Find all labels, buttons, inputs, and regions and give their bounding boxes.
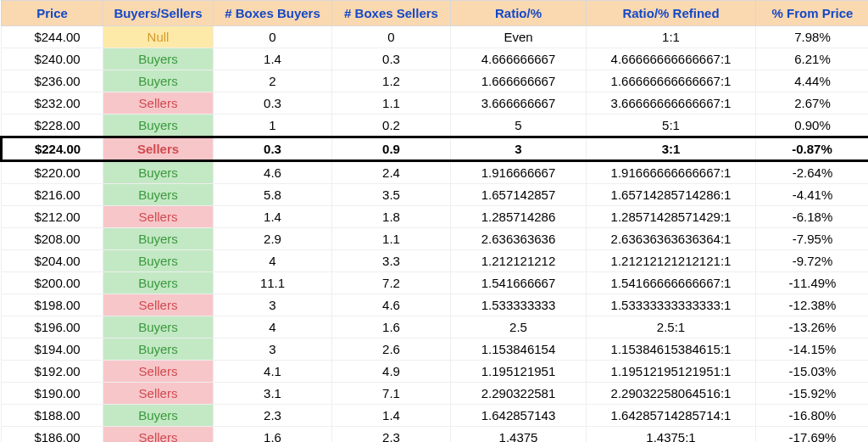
header-boxes-sellers: # Boxes Sellers [332, 1, 451, 26]
cell-ratio: 2.5 [451, 316, 587, 338]
cell-boxes-buyers: 0.3 [214, 137, 332, 161]
cell-boxes-sellers: 1.1 [332, 228, 451, 250]
cell-price: $204.00 [2, 250, 103, 272]
cell-boxes-buyers: 4 [214, 250, 332, 272]
cell-boxes-buyers: 1.6 [214, 427, 332, 443]
header-buyers-sellers: Buyers/Sellers [103, 1, 214, 26]
cell-ratio: 2.290322581 [451, 383, 587, 405]
cell-boxes-buyers: 1.4 [214, 48, 332, 70]
cell-ratio: 5 [451, 115, 587, 137]
table-row: $228.00Buyers10.255:10.90% [2, 115, 869, 137]
cell-from-price: -7.95% [756, 228, 869, 250]
cell-price: $208.00 [2, 228, 103, 250]
cell-price: $200.00 [2, 272, 103, 294]
cell-ratio-refined: 1.53333333333333:1 [587, 294, 756, 316]
cell-ratio-refined: 1.64285714285714:1 [587, 405, 756, 427]
cell-price: $228.00 [2, 115, 103, 137]
cell-from-price: -12.38% [756, 294, 869, 316]
table-row: $192.00Sellers4.14.91.1951219511.1951219… [2, 361, 869, 383]
cell-ratio-refined: 1.21212121212121:1 [587, 250, 756, 272]
cell-boxes-sellers: 7.2 [332, 272, 451, 294]
cell-from-price: 0.90% [756, 115, 869, 137]
cell-from-price: -14.15% [756, 338, 869, 361]
cell-boxes-buyers: 4.6 [214, 161, 332, 184]
cell-boxes-sellers: 4.9 [332, 361, 451, 383]
cell-boxes-sellers: 1.4 [332, 405, 451, 427]
cell-ratio: 1.916666667 [451, 161, 587, 184]
cell-ratio-refined: 2.63636363636364:1 [587, 228, 756, 250]
cell-boxes-buyers: 1 [214, 115, 332, 137]
table-row: $204.00Buyers43.31.2121212121.2121212121… [2, 250, 869, 272]
cell-from-price: -16.80% [756, 405, 869, 427]
cell-ratio-refined: 3:1 [587, 137, 756, 161]
cell-boxes-buyers: 0.3 [214, 92, 332, 115]
cell-ratio: 1.195121951 [451, 361, 587, 383]
cell-buyers-sellers: Sellers [103, 137, 214, 161]
cell-buyers-sellers: Sellers [103, 92, 214, 115]
table-row: $236.00Buyers21.21.6666666671.6666666666… [2, 70, 869, 92]
cell-boxes-buyers: 2.9 [214, 228, 332, 250]
cell-price: $190.00 [2, 383, 103, 405]
cell-ratio-refined: 2.5:1 [587, 316, 756, 338]
cell-boxes-sellers: 7.1 [332, 383, 451, 405]
cell-ratio-refined: 4.66666666666667:1 [587, 48, 756, 70]
cell-from-price: -2.64% [756, 161, 869, 184]
cell-buyers-sellers: Buyers [103, 316, 214, 338]
cell-ratio-refined: 1.15384615384615:1 [587, 338, 756, 361]
cell-buyers-sellers: Sellers [103, 427, 214, 443]
table-row: $194.00Buyers32.61.1538461541.1538461538… [2, 338, 869, 361]
header-price: Price [2, 1, 103, 26]
cell-boxes-sellers: 3.5 [332, 184, 451, 206]
cell-ratio: 1.642857143 [451, 405, 587, 427]
cell-boxes-buyers: 11.1 [214, 272, 332, 294]
table-row: $208.00Buyers2.91.12.6363636362.63636363… [2, 228, 869, 250]
cell-price: $198.00 [2, 294, 103, 316]
cell-price: $212.00 [2, 206, 103, 228]
cell-boxes-sellers: 0.9 [332, 137, 451, 161]
cell-price: $216.00 [2, 184, 103, 206]
cell-ratio: 1.666666667 [451, 70, 587, 92]
table-row: $186.00Sellers1.62.31.43751.4375:1-17.69… [2, 427, 869, 443]
cell-boxes-buyers: 2.3 [214, 405, 332, 427]
cell-buyers-sellers: Buyers [103, 115, 214, 137]
cell-ratio: 1.657142857 [451, 184, 587, 206]
cell-buyers-sellers: Sellers [103, 294, 214, 316]
cell-price: $244.00 [2, 26, 103, 48]
cell-from-price: 4.44% [756, 70, 869, 92]
cell-ratio: 1.153846154 [451, 338, 587, 361]
cell-price: $220.00 [2, 161, 103, 184]
table-row: $216.00Buyers5.83.51.6571428571.65714285… [2, 184, 869, 206]
cell-boxes-sellers: 0.3 [332, 48, 451, 70]
cell-boxes-buyers: 5.8 [214, 184, 332, 206]
cell-price: $188.00 [2, 405, 103, 427]
cell-price: $236.00 [2, 70, 103, 92]
header-ratio: Ratio/% [451, 1, 587, 26]
cell-from-price: -4.41% [756, 184, 869, 206]
cell-from-price: -11.49% [756, 272, 869, 294]
cell-boxes-buyers: 4.1 [214, 361, 332, 383]
cell-boxes-buyers: 3 [214, 294, 332, 316]
cell-boxes-buyers: 3 [214, 338, 332, 361]
cell-ratio-refined: 1:1 [587, 26, 756, 48]
cell-from-price: 2.67% [756, 92, 869, 115]
cell-buyers-sellers: Buyers [103, 272, 214, 294]
cell-ratio: 1.4375 [451, 427, 587, 443]
cell-ratio-refined: 1.28571428571429:1 [587, 206, 756, 228]
table-row: $200.00Buyers11.17.21.5416666671.5416666… [2, 272, 869, 294]
cell-boxes-sellers: 1.1 [332, 92, 451, 115]
cell-from-price: -15.92% [756, 383, 869, 405]
cell-buyers-sellers: Buyers [103, 405, 214, 427]
table-row: $220.00Buyers4.62.41.9166666671.91666666… [2, 161, 869, 184]
cell-boxes-sellers: 4.6 [332, 294, 451, 316]
cell-price: $232.00 [2, 92, 103, 115]
cell-buyers-sellers: Sellers [103, 383, 214, 405]
cell-buyers-sellers: Sellers [103, 206, 214, 228]
cell-ratio: 3 [451, 137, 587, 161]
cell-ratio: 1.285714286 [451, 206, 587, 228]
cell-buyers-sellers: Sellers [103, 361, 214, 383]
cell-boxes-sellers: 3.3 [332, 250, 451, 272]
cell-from-price: 7.98% [756, 26, 869, 48]
cell-ratio: 1.212121212 [451, 250, 587, 272]
cell-buyers-sellers: Buyers [103, 338, 214, 361]
cell-boxes-sellers: 1.8 [332, 206, 451, 228]
